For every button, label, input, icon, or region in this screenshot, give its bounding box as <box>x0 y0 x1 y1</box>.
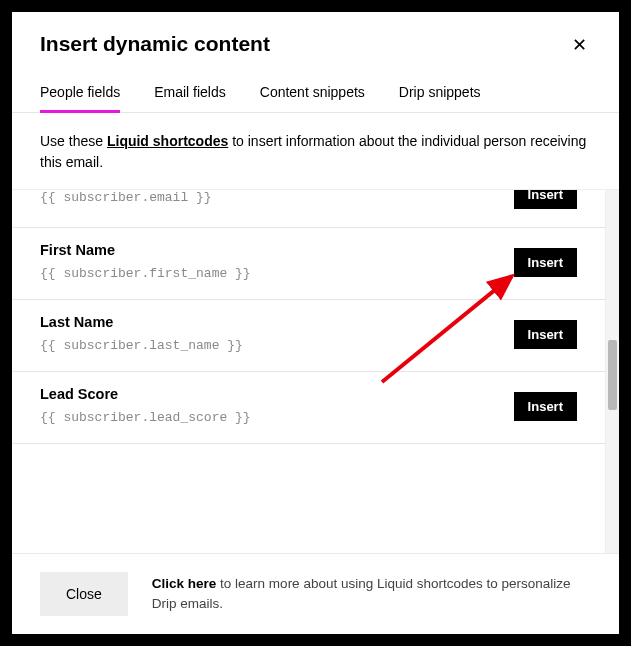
field-label: Last Name <box>40 314 514 330</box>
close-icon[interactable]: ✕ <box>568 32 591 58</box>
description-text: Use these Liquid shortcodes to insert in… <box>12 113 619 189</box>
fields-scroll-area[interactable]: {{ subscriber.email }} Insert First Name… <box>12 190 605 553</box>
field-label: Lead Score <box>40 386 514 402</box>
tab-people-fields[interactable]: People fields <box>40 76 120 112</box>
field-row-first-name: First Name {{ subscriber.first_name }} I… <box>12 228 605 300</box>
insert-button[interactable]: Insert <box>514 392 577 421</box>
insert-button[interactable]: Insert <box>514 320 577 349</box>
liquid-shortcodes-link[interactable]: Liquid shortcodes <box>107 133 228 149</box>
tab-drip-snippets[interactable]: Drip snippets <box>399 76 481 112</box>
field-code: {{ subscriber.last_name }} <box>40 338 514 353</box>
tab-content-snippets[interactable]: Content snippets <box>260 76 365 112</box>
field-code: {{ subscriber.lead_score }} <box>40 410 514 425</box>
modal-header: Insert dynamic content ✕ <box>12 12 619 66</box>
insert-button[interactable]: Insert <box>514 190 577 209</box>
field-row-lead-score: Lead Score {{ subscriber.lead_score }} I… <box>12 372 605 444</box>
field-label: First Name <box>40 242 514 258</box>
close-button[interactable]: Close <box>40 572 128 616</box>
desc-pre: Use these <box>40 133 107 149</box>
insert-button[interactable]: Insert <box>514 248 577 277</box>
footer-help-text: Click here to learn more about using Liq… <box>152 574 591 615</box>
scrollbar[interactable] <box>605 190 619 553</box>
tab-bar: People fields Email fields Content snipp… <box>12 76 619 113</box>
modal-title: Insert dynamic content <box>40 32 270 56</box>
click-here-link[interactable]: Click here <box>152 576 217 591</box>
modal-footer: Close Click here to learn more about usi… <box>12 553 619 634</box>
tab-email-fields[interactable]: Email fields <box>154 76 226 112</box>
scrollbar-thumb[interactable] <box>608 340 617 410</box>
field-row-email: {{ subscriber.email }} Insert <box>12 190 605 228</box>
field-row-last-name: Last Name {{ subscriber.last_name }} Ins… <box>12 300 605 372</box>
field-code: {{ subscriber.email }} <box>40 190 514 205</box>
field-code: {{ subscriber.first_name }} <box>40 266 514 281</box>
insert-dynamic-content-modal: Insert dynamic content ✕ People fields E… <box>12 12 619 634</box>
